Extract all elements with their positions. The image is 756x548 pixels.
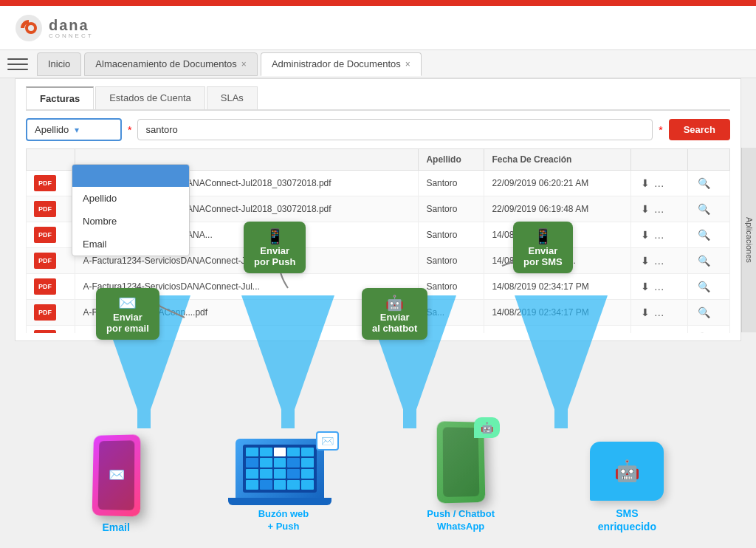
search-icon[interactable]: 🔍 (698, 203, 710, 215)
table-row: PDF A-F...ServiciosDANAConn....pdf Sa...… (27, 300, 730, 326)
tab-facturas[interactable]: Facturas (26, 86, 94, 109)
col-action2 (687, 149, 729, 171)
fecha-cell: 14/08/... (484, 222, 630, 248)
search-icon[interactable]: 🔍 (698, 281, 710, 292)
download-icon[interactable]: ⬇ (641, 255, 650, 267)
hamburger-menu[interactable] (7, 54, 28, 75)
close-almacenamiento[interactable]: × (241, 59, 247, 69)
nav-tab-inicio[interactable]: Inicio (37, 52, 81, 76)
search-bar: Apellido ▾ * * Search (26, 118, 730, 141)
filename-cell: A-Factura1234-ServiciosDANAConnect-Jul..… (75, 274, 419, 300)
more-icon[interactable]: … (654, 177, 664, 189)
filename-cell: A-T...ServiciosDANAConn....pdf (75, 326, 419, 334)
fecha-cell: 14/08/2019 02:34:17 PM (484, 274, 630, 300)
pdf-icon: PDF (34, 175, 56, 191)
nav-tab-administrador[interactable]: Administrador de Documentos × (261, 52, 422, 76)
search-input[interactable] (137, 119, 653, 140)
search-icon[interactable]: 🔍 (698, 229, 710, 241)
search-button[interactable]: Search (669, 119, 730, 140)
search-icon[interactable]: 🔍 (698, 332, 710, 333)
dropdown-item-nombre[interactable]: Nombre (72, 210, 189, 233)
download-icon[interactable]: ⬇ (641, 306, 650, 318)
hamburger-line2 (7, 64, 28, 65)
apellido-cell: Sa... (419, 300, 484, 326)
nav-tab-almacenamiento[interactable]: Almacenamiento de Documentos × (84, 52, 258, 76)
device-laptop: ✉️ Buzón web+ Push (236, 439, 331, 533)
dropdown-overlay: Apellido Nombre Email (72, 164, 190, 256)
main-content: Facturas Estados de Cuenta SLAs Apellido… (15, 78, 741, 341)
more-icon[interactable]: … (654, 203, 664, 215)
filename-cell: A-F...ServiciosDANAConn....pdf (75, 300, 419, 326)
more-icon[interactable]: … (654, 229, 664, 241)
header: dana CONNECT (0, 6, 756, 50)
fecha-cell: 14/08/2019 02:34:1... (484, 248, 630, 274)
required-star-1: * (128, 124, 131, 136)
more-icon[interactable]: … (654, 281, 664, 292)
more-icon[interactable]: … (654, 306, 664, 318)
download-icon[interactable]: ⬇ (641, 203, 650, 215)
svg-point-2 (28, 25, 34, 31)
pdf-icon: PDF (34, 201, 56, 217)
aplicaciones-label: Aplicaciones (745, 217, 754, 263)
logo-icon (15, 14, 43, 42)
aplicaciones-sidebar[interactable]: Aplicaciones (741, 148, 756, 332)
fecha-cell: 14/08/2019 02:34:17 PM (484, 300, 630, 326)
top-red-bar (0, 0, 756, 6)
more-icon[interactable]: … (654, 332, 664, 333)
pdf-icon: PDF (34, 278, 56, 295)
dropdown-item-empty[interactable] (72, 165, 189, 187)
email-label: Email (102, 521, 129, 533)
pdf-icon: PDF (34, 304, 56, 321)
bottom-devices: ✉️ Email (0, 421, 756, 533)
download-icon[interactable]: ⬇ (641, 177, 650, 189)
download-icon[interactable]: ⬇ (641, 332, 650, 333)
device-sms: 🤖 SMSenriquecido (590, 442, 664, 533)
device-push: 🤖 Push / ChatbotWhatsApp (427, 421, 495, 533)
search-icon[interactable]: 🔍 (698, 255, 710, 267)
device-email: ✉️ Email (92, 434, 140, 533)
more-icon[interactable]: … (654, 255, 664, 267)
download-icon[interactable]: ⬇ (641, 229, 650, 241)
dropdown-value: Apellido (35, 124, 69, 135)
fecha-cell: 22/09/2019 06:20:21 AM (484, 171, 630, 196)
search-icon[interactable]: 🔍 (698, 306, 710, 318)
fecha-cell: 1/08/2019 02:34:17 PM (484, 326, 630, 334)
tab-estados[interactable]: Estados de Cuenta (95, 86, 205, 109)
dropdown-item-email[interactable]: Email (72, 233, 189, 256)
table-row: PDF A-T...ServiciosDANAConn....pdf Santo… (27, 326, 730, 334)
logo: dana CONNECT (15, 14, 94, 42)
nav-area: Inicio Almacenamiento de Documentos × Ad… (0, 50, 756, 78)
pdf-icon: PDF (34, 253, 56, 269)
table-row: PDF A-Factura1234-ServiciosDANAConnect-J… (27, 274, 730, 300)
apellido-cell: Santoro (419, 326, 484, 334)
hamburger-line1 (7, 58, 28, 60)
col-action1 (630, 149, 687, 171)
apellido-cell: Santoro (419, 274, 484, 300)
apellido-cell: Santoro (419, 196, 484, 222)
logo-sub: CONNECT (49, 32, 94, 39)
push-label: Push / ChatbotWhatsApp (427, 508, 495, 533)
logo-text: dana (49, 17, 94, 34)
pdf-icon: PDF (34, 330, 56, 333)
col-icon (27, 149, 75, 171)
col-apellido: Apellido (419, 149, 484, 171)
required-star-2: * (659, 124, 662, 136)
apellido-dropdown[interactable]: Apellido ▾ (26, 118, 122, 141)
dropdown-item-apellido[interactable]: Apellido (72, 187, 189, 210)
doc-tabs: Facturas Estados de Cuenta SLAs (26, 86, 730, 111)
download-icon[interactable]: ⬇ (641, 281, 650, 292)
col-fecha: Fecha De Creación (484, 149, 630, 171)
hamburger-line3 (7, 69, 28, 70)
close-administrador[interactable]: × (405, 59, 410, 69)
apellido-cell: Santoro (419, 171, 484, 196)
chevron-down-icon: ▾ (75, 125, 79, 135)
apellido-cell: Santoro (419, 248, 484, 274)
apellido-cell: Santoro (419, 222, 484, 248)
sms-label: SMSenriquecido (598, 507, 656, 533)
laptop-label: Buzón web+ Push (258, 508, 309, 533)
fecha-cell: 22/09/2019 06:19:48 AM (484, 196, 630, 222)
search-icon[interactable]: 🔍 (698, 177, 710, 189)
pdf-icon: PDF (34, 227, 56, 243)
tab-slas[interactable]: SLAs (207, 86, 258, 109)
